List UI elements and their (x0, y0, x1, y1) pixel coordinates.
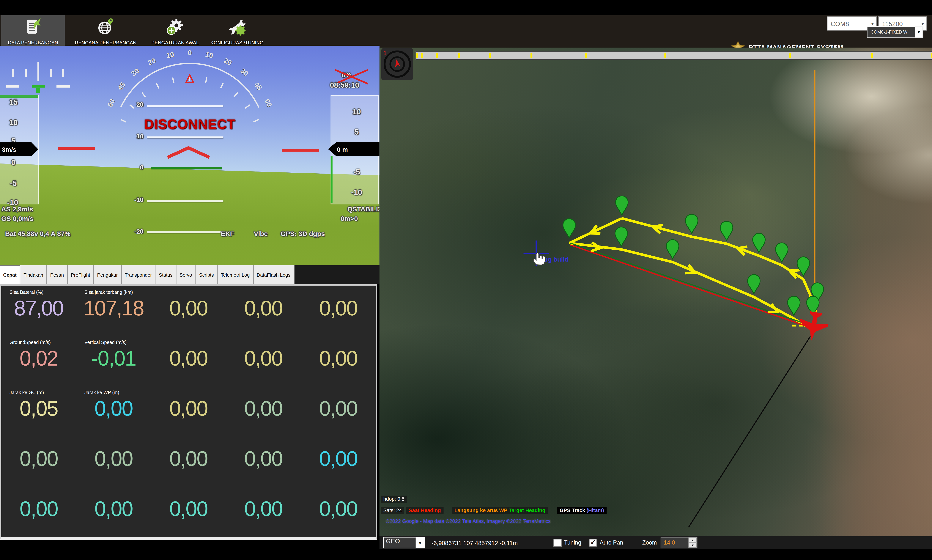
link-profile-value: COM8-1-FIXED W (867, 30, 915, 34)
map-status-bar: GEO ▼ -6,9086731 107,4857912 -0,11m Tuni… (380, 536, 932, 549)
quick-cell-label: Sisa jarak terbang (km) (76, 286, 151, 295)
tab-preflight[interactable]: PreFlight (68, 265, 94, 284)
pitch-rung-20 (147, 105, 223, 107)
menu-initial-setup[interactable]: PENGATURAN AWAL (147, 15, 203, 48)
quick-cell-label (226, 436, 301, 446)
legend-gps-track-suffix: (Hitam) (585, 508, 604, 513)
hud-mode-label: QSTABILIZ (347, 205, 379, 213)
quick-cell-label: Sisa Baterai (%) (1, 286, 76, 295)
menu-flight-data[interactable]: DATA PENERBANGAN (1, 15, 65, 48)
quick-cell-value: 0,00 (76, 397, 151, 421)
speed-tick-label: 0 (3, 158, 24, 167)
quick-cell-r2c5[interactable]: 0,00 (301, 336, 376, 386)
waypoint-pin-3[interactable] (685, 214, 698, 233)
quick-cell-r5c1[interactable]: 0,00 (1, 486, 76, 536)
waypoint-pin-7[interactable] (797, 257, 809, 276)
waypoint-pin-11[interactable] (787, 296, 800, 315)
waypoint-pin-6[interactable] (776, 243, 788, 262)
tab-tindakan[interactable]: Tindakan (20, 265, 47, 284)
hud-vibe-label[interactable]: Vibe (254, 230, 268, 237)
progress-waypoint-tick (931, 53, 932, 58)
waypoint-pin-9[interactable] (666, 240, 679, 259)
speed-tick-label: 15 (3, 98, 24, 107)
main-menu: DATA PENERBANGAN RENCANA PENERBANGAN (0, 15, 932, 48)
progress-waypoint-tick (421, 53, 423, 58)
spinner-down-icon[interactable]: ▼ (689, 543, 697, 548)
quick-cell-r4c3[interactable]: 0,00 (151, 436, 226, 486)
quick-cell-r4c5[interactable]: 0,00 (301, 436, 376, 486)
quick-cell-value: 0,00 (301, 346, 376, 371)
quick-cell-r4c1[interactable]: 0,00 (1, 436, 76, 486)
menu-config-tuning[interactable]: KONFIGURASI/TUNING (204, 15, 270, 48)
quick-cell-r3c4[interactable]: 0,00 (226, 386, 301, 436)
quick-cell-r1c1[interactable]: Sisa Baterai (%)87,00 (1, 286, 76, 336)
autopan-checkbox[interactable]: ✓ (589, 538, 597, 547)
quick-cell-r3c2[interactable]: Jarak ke WP (m)0,00 (76, 386, 151, 436)
quick-cell-r1c3[interactable]: 0,00 (151, 286, 226, 336)
tuning-checkbox[interactable] (553, 538, 561, 547)
quick-cell-r5c2[interactable]: 0,00 (76, 486, 151, 536)
tab-scripts[interactable]: Scripts (196, 265, 217, 284)
quick-cell-r3c5[interactable]: 0,00 (301, 386, 376, 436)
quick-cell-value: 0,00 (1, 497, 76, 521)
quick-cell-value: 0,00 (226, 447, 301, 471)
flight-data-icon (23, 15, 43, 39)
alt-tick-label: -10 (346, 188, 368, 197)
quick-cell-r2c1[interactable]: GroundSpeed (m/s)0,02 (1, 336, 76, 386)
quick-cell-r4c4[interactable]: 0,00 (226, 436, 301, 486)
waypoint-pin-2[interactable] (616, 196, 628, 215)
quick-cell-label (226, 486, 301, 496)
quick-cell-r5c4[interactable]: 0,00 (226, 486, 301, 536)
zoom-label: Zoom (642, 540, 657, 546)
quick-cell-r5c5[interactable]: 0,00 (301, 486, 376, 536)
tab-dataflash-logs[interactable]: DataFlash Logs (254, 265, 294, 284)
quick-cell-r2c4[interactable]: 0,00 (226, 336, 301, 386)
zoom-spinner[interactable]: 14,0 ▲ ▼ (661, 537, 697, 548)
spinner-up-icon[interactable]: ▲ (689, 537, 697, 543)
legend-heading: Saat Heading (406, 507, 443, 514)
tab-transponder[interactable]: Transponder (121, 265, 155, 284)
tab-pesan[interactable]: Pesan (47, 265, 68, 284)
quick-cell-r3c1[interactable]: Jarak ke GC (m)0,05 (1, 386, 76, 436)
svg-text:45: 45 (116, 81, 127, 92)
waypoint-pin-10[interactable] (747, 275, 760, 294)
quick-cell-r1c4[interactable]: 0,00 (226, 286, 301, 336)
quick-cell-label: Jarak ke WP (m) (76, 386, 151, 395)
waypoint-pin-8[interactable] (615, 227, 627, 246)
tab-status[interactable]: Status (155, 265, 176, 284)
alt-tick-label: 5 (346, 128, 368, 137)
quick-cell-r4c2[interactable]: 0,00 (76, 436, 151, 486)
link-profile-select[interactable]: COM8-1-FIXED W ▼ (867, 26, 923, 38)
quick-cell-value: 0,00 (1, 447, 76, 471)
quick-cell-r2c3[interactable]: 0,00 (151, 336, 226, 386)
tab-cepat[interactable]: Cepat (0, 265, 20, 284)
quick-cell-r5c3[interactable]: 0,00 (151, 486, 226, 536)
hud[interactable]: 60 45 30 20 10 0 10 20 30 45 60 20 10 0 … (0, 46, 380, 265)
legend-target-heading: Target Heading (509, 508, 545, 513)
quick-cell-r1c5[interactable]: 0,00 (301, 286, 376, 336)
legend-direct-target: Langsung ke arus WP Target Heading (452, 507, 548, 514)
uav-plane-icon[interactable] (797, 310, 830, 344)
waypoint-pin-4[interactable] (720, 221, 733, 240)
tab-servo[interactable]: Servo (176, 265, 196, 284)
quick-cell-label (151, 436, 226, 446)
quick-cell-r3c3[interactable]: 0,00 (151, 386, 226, 436)
waypoint-pin-1[interactable] (563, 218, 575, 238)
menu-flight-plan[interactable]: RENCANA PENERBANGAN (65, 15, 146, 48)
top-bar: DATA PENERBANGAN RENCANA PENERBANGAN (0, 0, 932, 48)
map-provider-select[interactable]: GEO ▼ (383, 537, 425, 548)
sats-label: Sats: 24 (381, 507, 404, 514)
route-left-leg (569, 218, 622, 243)
speed-ref-dash-right (282, 149, 319, 152)
waypoint-pin-5[interactable] (753, 233, 765, 252)
autopan-label: Auto Pan (600, 540, 623, 546)
hud-ekf-label[interactable]: EKF (221, 230, 234, 237)
tab-pengukur[interactable]: Pengukur (94, 265, 121, 284)
flight-progress-bar[interactable] (416, 51, 932, 60)
map-attribution: ©2022 Google - Map data ©2022 Tele Atlas… (386, 518, 551, 524)
quick-cell-r2c2[interactable]: Vertical Speed (m/s)-0,01 (76, 336, 151, 386)
map-canvas[interactable]: bug build 1 hdop: 0,5 Sats: 24 Saat Head… (380, 48, 932, 536)
quick-cell-value: 0,00 (301, 397, 376, 421)
tab-telemetri-log[interactable]: Telemetri Log (217, 265, 254, 284)
quick-cell-r1c2[interactable]: Sisa jarak terbang (km)107,18 (76, 286, 151, 336)
